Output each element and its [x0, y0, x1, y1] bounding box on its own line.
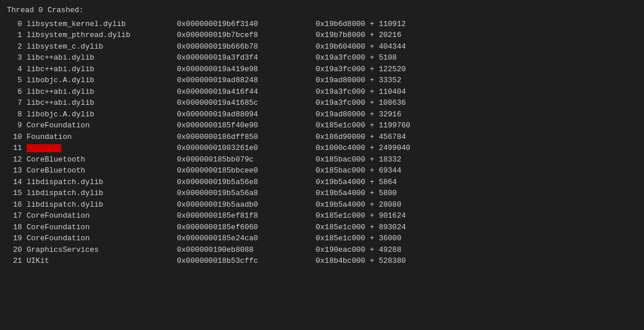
library-name: libc++abi.dylib: [27, 52, 177, 64]
frame-offset: 0x1000c4000 + 2499040: [316, 142, 410, 154]
table-row: 8libobjc.A.dylib0x000000019ad88094 0x19a…: [7, 109, 637, 120]
frame-address: 0x0000000185f40e90: [177, 120, 316, 131]
frame-address: 0x000000019b5a56a8: [177, 188, 316, 199]
frame-offset: 0x185e1c000 + 36000: [316, 233, 401, 244]
frame-number: 7: [8, 97, 27, 109]
table-row: 21UIKit0x000000018b53cffc 0x18b4bc000 + …: [7, 255, 637, 267]
library-name: libsystem_pthread.dylib: [27, 30, 177, 41]
frame-address: 0x0000000185ef6060: [177, 222, 316, 233]
frame-offset: 0x186d90000 + 456784: [316, 131, 406, 143]
frame-offset: 0x190eac000 + 49288: [316, 244, 401, 256]
frame-address: 0x000000019b5aadb0: [177, 199, 316, 211]
library-name: UIKit: [27, 255, 177, 267]
library-name: CoreFoundation: [27, 233, 177, 244]
frame-address: 0x000000019b7bcef8: [177, 30, 316, 41]
library-name: libsystem_kernel.dylib: [27, 19, 177, 30]
library-name: libobjc.A.dylib: [27, 109, 177, 120]
frame-offset: 0x18b4bc000 + 528380: [316, 255, 406, 267]
frame-number: 5: [8, 75, 27, 86]
frame-number: 11: [8, 142, 27, 154]
frame-address: 0x000000019b666b78: [177, 41, 316, 53]
frame-number: 12: [8, 154, 27, 166]
library-name: CoreBluetooth: [27, 154, 177, 166]
library-name: libdispatch.dylib: [27, 177, 177, 188]
library-name: CoreFoundation: [27, 120, 177, 131]
table-row: 2libsystem_c.dylib0x000000019b666b78 0x1…: [7, 41, 637, 53]
frame-number: 21: [8, 255, 27, 267]
crash-log: Thread 0 Crashed: 0libsystem_kernel.dyli…: [0, 0, 644, 272]
frame-offset: 0x19b6d8000 + 110912: [316, 19, 406, 30]
frame-address: 0x00000001003261e0: [177, 142, 316, 154]
library-name: Foundation: [27, 131, 177, 143]
frame-number: 3: [8, 52, 27, 64]
table-row: 0libsystem_kernel.dylib0x000000019b6f314…: [7, 19, 637, 30]
table-row: 15libdispatch.dylib0x000000019b5a56a8 0x…: [7, 188, 637, 199]
stack-trace-table: 0libsystem_kernel.dylib0x000000019b6f314…: [7, 19, 637, 267]
library-name: libsystem_c.dylib: [27, 41, 177, 53]
table-row: 18CoreFoundation0x0000000185ef6060 0x185…: [7, 222, 637, 233]
table-row: 1libsystem_pthread.dylib0x000000019b7bce…: [7, 30, 637, 41]
frame-number: 18: [8, 222, 27, 233]
frame-number: 1: [8, 30, 27, 41]
frame-number: 6: [8, 86, 27, 98]
library-name: libdispatch.dylib: [27, 199, 177, 211]
frame-number: 8: [8, 109, 27, 120]
frame-number: 16: [8, 199, 27, 211]
crash-header: Thread 0 Crashed:: [7, 5, 637, 16]
frame-number: 20: [8, 244, 27, 256]
frame-number: 0: [8, 19, 27, 30]
library-name: libc++abi.dylib: [27, 86, 177, 98]
frame-address: 0x000000019a419e98: [177, 64, 316, 75]
frame-address: 0x000000019ad88248: [177, 75, 316, 86]
table-row: 4libc++abi.dylib0x000000019a419e98 0x19a…: [7, 64, 637, 75]
frame-offset: 0x19ad80000 + 32916: [316, 109, 401, 120]
library-name: CoreBluetooth: [27, 165, 177, 177]
library-name: GraphicsServices: [27, 244, 177, 256]
frame-offset: 0x185e1c000 + 901624: [316, 210, 406, 222]
frame-offset: 0x185bac000 + 69344: [316, 165, 401, 177]
table-row: 17CoreFoundation0x0000000185ef81f8 0x185…: [7, 210, 637, 222]
frame-address: 0x000000019a3fd3f4: [177, 52, 316, 64]
library-name: CoreFoundation: [27, 210, 177, 222]
frame-offset: 0x19a3fc000 + 5108: [316, 52, 397, 64]
library-name: CoreFoundation: [27, 222, 177, 233]
frame-number: 15: [8, 188, 27, 199]
table-row: 19CoreFoundation0x0000000185e24ca0 0x185…: [7, 233, 637, 244]
frame-offset: 0x19b5a4000 + 5800: [316, 188, 397, 199]
table-row: 12CoreBluetooth0x000000185bb079c 0x185ba…: [7, 154, 637, 166]
frame-number: 9: [8, 120, 27, 131]
frame-number: 13: [8, 165, 27, 177]
frame-number: 2: [8, 41, 27, 53]
frame-offset: 0x19b5a4000 + 5864: [316, 177, 397, 188]
frame-address: 0x000000185bb079c: [177, 154, 316, 166]
library-name: libobjc.A.dylib: [27, 75, 177, 86]
frame-address: 0x000000019b5a56e8: [177, 177, 316, 188]
table-row: 13CoreBluetooth0x0000000185bbcee0 0x185b…: [7, 165, 637, 177]
table-row: 16libdispatch.dylib0x000000019b5aadb0 0x…: [7, 199, 637, 211]
frame-address: 0x000000190eb8088: [177, 244, 316, 256]
frame-offset: 0x185e1c000 + 893024: [316, 222, 406, 233]
frame-number: 10: [8, 131, 27, 143]
library-name: libc++abi.dylib: [27, 64, 177, 75]
table-row: 7libc++abi.dylib0x000000019a41685c 0x19a…: [7, 97, 637, 109]
table-row: 5libobjc.A.dylib0x000000019ad88248 0x19a…: [7, 75, 637, 86]
frame-address: 0x000000019b6f3140: [177, 19, 316, 30]
library-name: libc++abi.dylib: [27, 97, 177, 109]
frame-offset: 0x19b7b8000 + 20216: [316, 30, 401, 41]
frame-address: 0x000000019a41685c: [177, 97, 316, 109]
frame-offset: 0x19a3fc000 + 110404: [316, 86, 406, 98]
frame-offset: 0x19b604000 + 404344: [316, 41, 406, 53]
library-name: libdispatch.dylib: [27, 188, 177, 199]
frame-address: 0x0000000185e24ca0: [177, 233, 316, 244]
redacted-library: [27, 144, 61, 152]
frame-number: 14: [8, 177, 27, 188]
frame-offset: 0x185e1c000 + 1199760: [316, 120, 410, 131]
table-row: 9CoreFoundation0x0000000185f40e90 0x185e…: [7, 120, 637, 131]
frame-number: 4: [8, 64, 27, 75]
frame-address: 0x0000000186dff850: [177, 131, 316, 143]
table-row: 3libc++abi.dylib0x000000019a3fd3f4 0x19a…: [7, 52, 637, 64]
table-row: 20GraphicsServices0x000000190eb8088 0x19…: [7, 244, 637, 256]
table-row: 14libdispatch.dylib0x000000019b5a56e8 0x…: [7, 177, 637, 188]
frame-number: 19: [8, 233, 27, 244]
table-row: 10Foundation0x0000000186dff850 0x186d900…: [7, 131, 637, 143]
